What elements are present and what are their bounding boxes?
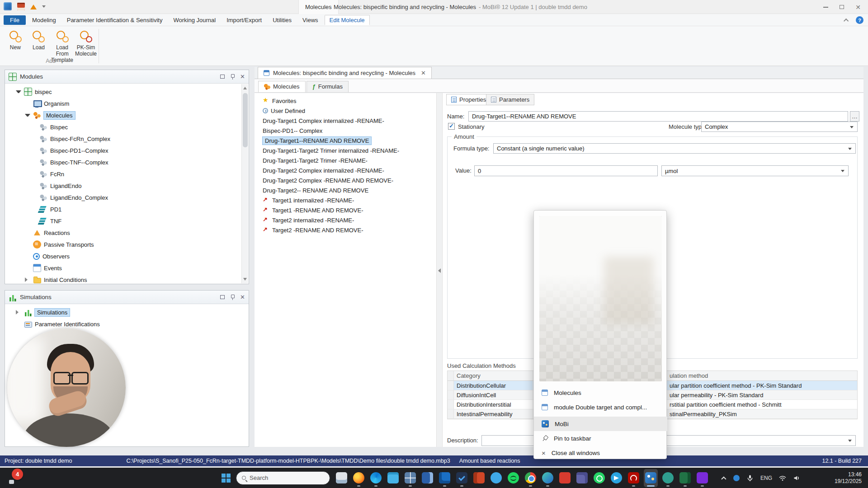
list-item[interactable]: Bispec-PD1-- Complex xyxy=(255,126,436,136)
menu-import-export[interactable]: Import/Export xyxy=(222,15,266,25)
language-indicator[interactable]: ENG xyxy=(760,475,772,481)
tree-item-tnf[interactable]: TNF xyxy=(5,215,249,227)
list-item[interactable]: Target2 -RENAME AND REMOVE- xyxy=(255,225,436,235)
tree-item-simulations[interactable]: Simulations xyxy=(5,306,249,318)
wifi-icon[interactable] xyxy=(779,474,786,482)
tree-item-bispec-fcrn-complex[interactable]: Bispec-FcRn_Complex xyxy=(5,133,249,145)
tree-item-parameter-identifications[interactable]: Parameter Identifications xyxy=(5,318,249,330)
context-item-close-all[interactable]: ×Close all windows xyxy=(534,446,667,460)
taskbar-icon-todo[interactable] xyxy=(455,469,469,487)
scroll-up-icon[interactable] xyxy=(243,87,247,89)
collapse-left-icon[interactable] xyxy=(438,268,441,273)
list-item-favorites[interactable]: Favorites xyxy=(255,96,436,106)
scrollbar-thumb[interactable] xyxy=(243,93,248,147)
context-item-pin[interactable]: Pin to taskbar xyxy=(534,431,667,446)
list-item[interactable]: Drug-Target2 Complex internalized -RENAM… xyxy=(255,165,436,175)
chevron-down-icon[interactable] xyxy=(42,5,46,8)
taskbar-icon-table-viewer[interactable] xyxy=(403,469,417,487)
taskbar-icon-chrome[interactable] xyxy=(524,469,538,487)
list-item-user-defined[interactable]: User Defined xyxy=(255,106,436,116)
menu-views[interactable]: Views xyxy=(298,15,322,25)
help-icon[interactable]: ? xyxy=(856,16,863,24)
splitter[interactable] xyxy=(436,93,443,447)
taskbar-icon-acrobat[interactable] xyxy=(627,469,641,487)
list-item[interactable]: Drug-Target1-Target2 Trimer -RENAME- xyxy=(255,155,436,165)
chevron-down-icon[interactable] xyxy=(16,90,21,93)
microphone-icon[interactable] xyxy=(746,474,754,482)
context-item-mobi[interactable]: MoBi xyxy=(534,417,667,431)
close-panel-icon[interactable]: ✕ xyxy=(240,294,245,300)
menu-modeling[interactable]: Modeling xyxy=(28,15,61,25)
taskbar-icon-word[interactable] xyxy=(420,469,434,487)
start-button[interactable] xyxy=(222,474,231,483)
tree-item-bispec-tnf-complex[interactable]: Bispec-TNF--Complex xyxy=(5,156,249,168)
modules-scrollbar[interactable] xyxy=(241,84,248,283)
volume-icon[interactable] xyxy=(793,474,800,482)
tree-item-bispec[interactable]: bispec xyxy=(5,86,249,98)
context-item-module[interactable]: module Double target and compl... xyxy=(534,400,667,414)
taskbar-icon-excel[interactable] xyxy=(678,469,692,487)
tree-item-observers[interactable]: Observers xyxy=(5,250,249,262)
restore-panel-icon[interactable] xyxy=(220,295,225,299)
tree-item-passive-transports[interactable]: Passive Transports xyxy=(5,239,249,250)
value-input[interactable]: 0 xyxy=(474,165,658,176)
stationary-checkbox[interactable] xyxy=(448,123,455,130)
collapse-ribbon-icon[interactable] xyxy=(844,18,849,23)
save-icon[interactable] xyxy=(17,3,25,10)
maximize-button[interactable] xyxy=(834,0,850,14)
minimize-button[interactable] xyxy=(817,0,834,14)
list-item[interactable]: Drug-Target1 Complex internalized -RENAM… xyxy=(255,116,436,126)
taskbar-icon-pksim[interactable] xyxy=(661,469,675,487)
tree-item-bispec-pd1-complex[interactable]: Bispec-PD1--Complex xyxy=(5,145,249,156)
chevron-down-icon[interactable] xyxy=(25,114,30,117)
taskbar-icon-teams[interactable] xyxy=(575,469,589,487)
restore-panel-icon[interactable] xyxy=(220,75,225,79)
tab-properties[interactable]: Properties xyxy=(446,94,491,105)
bluetooth-icon[interactable] xyxy=(733,475,740,481)
titlebar-doc-tab[interactable]: Molecules xyxy=(298,0,339,14)
tree-item-initial-conditions[interactable]: Initial Conditions xyxy=(5,274,249,286)
ellipsis-button[interactable] xyxy=(850,111,859,122)
pin-panel-icon[interactable] xyxy=(230,74,235,80)
tree-item-molecules[interactable]: Molecules xyxy=(5,109,249,121)
menu-working-journal[interactable]: Working Journal xyxy=(169,15,220,25)
tree-item-fcrn[interactable]: FcRn xyxy=(5,168,249,180)
taskbar-search[interactable]: Search xyxy=(236,471,330,485)
tree-item-organism[interactable]: Organism xyxy=(5,98,249,109)
tree-item-events[interactable]: Events xyxy=(5,262,249,274)
taskbar-icon-edge[interactable] xyxy=(369,469,383,487)
taskbar-icon-whatsapp[interactable] xyxy=(592,469,606,487)
notification-badge[interactable]: 4 xyxy=(12,469,23,480)
window-preview-thumbnail[interactable] xyxy=(539,216,662,381)
tree-item-reactions[interactable]: Reactions xyxy=(5,227,249,239)
menu-parameter-identification[interactable]: Parameter Identification & Sensitivity xyxy=(62,15,167,25)
tab-molecules[interactable]: Molecules xyxy=(258,81,306,92)
close-button[interactable]: ✕ xyxy=(850,0,866,14)
taskbar-icon-outlook[interactable] xyxy=(438,469,452,487)
load-icon[interactable] xyxy=(30,5,37,9)
chevron-right-icon[interactable] xyxy=(16,310,21,314)
menu-file[interactable]: File xyxy=(4,15,26,25)
list-item[interactable]: Drug-Target2-- RENAME AND REMOVE xyxy=(255,185,436,195)
tree-item-ligandendo[interactable]: LigandEndo xyxy=(5,180,249,192)
list-item[interactable]: Target1 -RENAME AND REMOVE- xyxy=(255,205,436,215)
menu-utilities[interactable]: Utilities xyxy=(268,15,296,25)
list-item-selected[interactable]: Drug-Target1--RENAME AND REMOVE xyxy=(255,136,436,145)
chevron-right-icon[interactable] xyxy=(25,277,30,282)
tree-item-pd1[interactable]: PD1 xyxy=(5,203,249,215)
context-item-molecules[interactable]: Molecules xyxy=(534,385,667,400)
tree-item-ligandendo-complex[interactable]: LigandEndo_Complex xyxy=(5,192,249,203)
list-item[interactable]: Drug-Target2 Complex -RENAME AND REMOVE- xyxy=(255,175,436,185)
taskbar-icon-store[interactable] xyxy=(386,469,400,487)
tab-parameters[interactable]: Parameters xyxy=(486,94,534,105)
taskbar-clock[interactable]: 13:46 19/12/2025 xyxy=(835,471,862,485)
taskbar-icon-edge-dev[interactable] xyxy=(541,469,555,487)
taskbar-icon-file-explorer[interactable] xyxy=(335,469,349,487)
taskbar-icon-mobi[interactable] xyxy=(644,469,658,487)
list-item[interactable]: Drug-Target1-Target2 Trimer internalized… xyxy=(255,145,436,155)
taskbar-icon-journal[interactable] xyxy=(695,469,709,487)
taskbar-icon-skype[interactable] xyxy=(489,469,503,487)
molecule-type-select[interactable]: Complex xyxy=(701,122,858,132)
formula-type-select[interactable]: Constant (a single numeric value) xyxy=(493,143,856,154)
taskbar-icon-telegram[interactable] xyxy=(609,469,623,487)
